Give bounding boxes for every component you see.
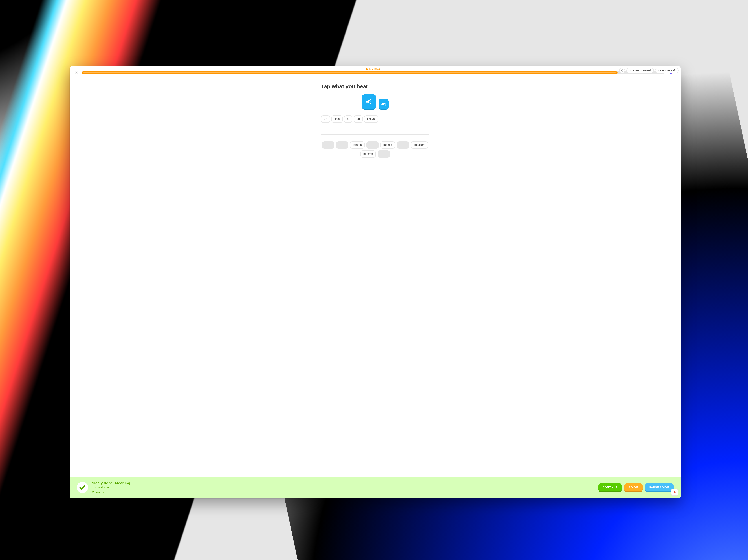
streak-label: 16 IN A ROW	[366, 68, 380, 71]
lessons-solved-pill[interactable]: 2 Lessons Solved	[627, 68, 654, 73]
lesson-header: 16 IN A ROW ∞	[70, 66, 681, 75]
check-icon	[79, 484, 86, 491]
feedback-subtitle: a cat and a horse	[92, 486, 595, 489]
play-audio-button[interactable]	[361, 94, 376, 109]
word-bank-chip[interactable]: mange	[380, 142, 395, 149]
word-bank-chip[interactable]: femme	[350, 142, 365, 149]
word-bank-slot-used: ____	[336, 142, 348, 149]
svg-point-0	[381, 103, 384, 105]
answer-row-empty[interactable]	[321, 125, 429, 135]
answer-chip[interactable]: un	[354, 116, 363, 123]
feedback-text: Nicely done. Meaning: a cat and a horse …	[92, 481, 595, 494]
feedback-footer: Nicely done. Meaning: a cat and a horse …	[70, 477, 681, 498]
report-button[interactable]: REPORT	[92, 491, 595, 494]
answer-chip[interactable]: et	[344, 116, 352, 123]
answer-chip[interactable]: chat	[331, 116, 343, 123]
progress-track	[81, 71, 664, 74]
word-bank-slot-used: ____	[378, 150, 390, 157]
speaker-icon	[366, 98, 372, 105]
answer-chip[interactable]: cheval	[364, 116, 378, 123]
bug-icon	[673, 490, 676, 494]
exercise-area: Tap what you hear	[70, 75, 681, 477]
continue-button[interactable]: CONTINUE	[598, 483, 622, 491]
footer-actions: CONTINUE SOLVE PAUSE SOLVE	[598, 483, 674, 491]
close-button[interactable]	[75, 71, 78, 75]
word-bank: ________femme____mange____croissanthomme…	[321, 142, 429, 157]
lessons-left-pill[interactable]: 4 Lessons Left	[655, 68, 679, 73]
chevron-left-icon	[621, 69, 624, 72]
word-bank-chip[interactable]: croissant	[411, 142, 428, 149]
solve-button[interactable]: SOLVE	[624, 483, 642, 491]
flag-icon	[92, 491, 94, 494]
back-button[interactable]	[619, 68, 625, 73]
correct-badge	[77, 482, 88, 493]
report-label: REPORT	[96, 491, 106, 494]
feedback-title: Nicely done. Meaning:	[92, 481, 595, 485]
word-bank-chip[interactable]: homme	[360, 150, 376, 157]
play-slow-audio-button[interactable]	[378, 99, 389, 109]
turtle-icon	[381, 101, 386, 107]
svg-point-2	[674, 491, 675, 493]
svg-point-3	[674, 491, 675, 492]
progress-bar: 16 IN A ROW	[81, 71, 664, 74]
word-bank-slot-used: ____	[322, 142, 334, 149]
exercise-prompt: Tap what you hear	[321, 83, 429, 90]
progress-fill	[81, 71, 617, 74]
word-bank-slot-used: ____	[397, 142, 409, 149]
pause-solve-button[interactable]: PAUSE SOLVE	[645, 483, 674, 491]
app-window: 2 Lessons Solved 4 Lessons Left 16 IN A …	[70, 66, 681, 498]
answer-chip[interactable]: un	[321, 116, 330, 123]
top-status-pills: 2 Lessons Solved 4 Lessons Left	[619, 68, 678, 73]
answer-row[interactable]: unchatetuncheval	[321, 114, 429, 125]
bug-report-button[interactable]	[671, 489, 678, 496]
word-bank-slot-used: ____	[367, 142, 379, 149]
audio-controls	[321, 94, 429, 109]
close-icon	[75, 71, 78, 75]
